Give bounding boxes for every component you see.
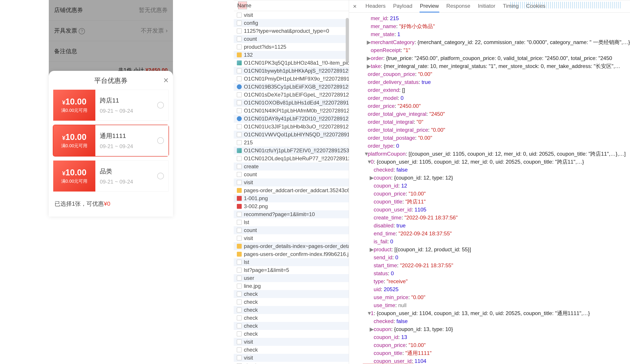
tab-payload[interactable]: Payload xyxy=(393,0,413,12)
network-row[interactable]: lst xyxy=(234,258,349,266)
network-row[interactable]: create xyxy=(234,163,349,171)
json-line[interactable]: ▶coupon: {coupon_id: 13, type: 10} xyxy=(358,325,630,333)
network-row[interactable]: O1CN01PmiyDH1pLbHMF9X9o_!!2207289125344.… xyxy=(234,75,349,83)
json-line[interactable]: ▼0: {coupon_user_id: 1105, coupon_id: 12… xyxy=(358,158,630,166)
network-row[interactable]: count xyxy=(234,35,349,43)
json-line[interactable]: order_delivery_status: true xyxy=(358,78,630,86)
json-line[interactable]: coupon_id: 13 xyxy=(358,333,630,341)
json-line[interactable]: order_total_postage: "0.00" xyxy=(358,134,630,142)
network-row[interactable]: O1CN01N4IKPI1pLbHAfmM0b_!!2207289125344.… xyxy=(234,107,349,115)
json-line[interactable]: ▶merchantCategory: {merchant_category_id… xyxy=(358,38,630,46)
json-line[interactable]: end_time: "2022-09-24 18:37:55" xyxy=(358,230,630,238)
json-line[interactable]: use_time: null xyxy=(358,301,630,309)
network-row[interactable]: pages-users-order_confirm-index.f99b6216… xyxy=(234,250,349,258)
network-row[interactable]: 215 xyxy=(234,139,349,147)
network-row[interactable]: check xyxy=(234,306,349,314)
coupon-radio[interactable] xyxy=(157,102,164,109)
network-row[interactable]: product?ids=1125 xyxy=(234,43,349,51)
network-row[interactable]: lst?page=1&limit=5 xyxy=(234,266,349,274)
json-line[interactable]: ▶product: [{coupon_id: 12, product_id: 5… xyxy=(358,246,630,253)
network-row[interactable]: visit xyxy=(234,179,349,186)
network-row[interactable]: line.jpg xyxy=(234,282,349,290)
json-line[interactable]: use_min_price: "0.00" xyxy=(358,293,630,301)
json-line[interactable]: coupon_title: "通用1111" xyxy=(358,349,630,357)
json-line[interactable]: disabled: true xyxy=(358,222,630,230)
network-row[interactable]: check xyxy=(234,346,349,354)
network-row[interactable]: visit xyxy=(234,234,349,242)
json-line[interactable]: ▶coupon: {coupon_id: 12, type: 12} xyxy=(358,174,630,182)
network-row[interactable]: O1CN01DAY8y41pLbF72DI10_!!2207289125344.… xyxy=(234,115,349,123)
network-column-header[interactable]: Name xyxy=(234,0,349,11)
close-icon[interactable]: × xyxy=(164,75,168,85)
json-line[interactable]: checked: false xyxy=(358,166,630,174)
json-line[interactable]: coupon_title: "跨店11" xyxy=(358,198,630,206)
json-line[interactable]: order_total_integral: "0" xyxy=(358,118,630,126)
json-line[interactable]: ▼1: {coupon_user_id: 1104, coupon_id: 13… xyxy=(358,309,630,317)
network-row[interactable]: pages-order_details-index~pages-order_de… xyxy=(234,242,349,250)
scrollbar-vertical[interactable] xyxy=(346,18,349,62)
network-row[interactable]: lst xyxy=(234,218,349,226)
json-line[interactable]: type: "receive" xyxy=(358,277,630,285)
coupon-radio[interactable] xyxy=(157,137,164,144)
network-row[interactable]: count xyxy=(234,171,349,179)
tab-headers[interactable]: Headers xyxy=(365,0,386,12)
json-line[interactable]: coupon_price: "10.00" xyxy=(358,341,630,349)
json-line[interactable]: start_time: "2022-09-21 18:37:55" xyxy=(358,261,630,269)
json-line[interactable]: send_id: 0 xyxy=(358,253,630,261)
json-line[interactable]: order_model: 0 xyxy=(358,94,630,102)
json-line[interactable]: order_extend: [] xyxy=(358,86,630,94)
network-row[interactable]: O1CN01Uc3JIF1pLbHb4b3uO_!!2207289125344.… xyxy=(234,123,349,131)
network-row[interactable]: pages-order_addcart-order_addcart.35243c… xyxy=(234,186,349,194)
network-row[interactable]: 1-001.png xyxy=(234,194,349,202)
network-row[interactable]: visit xyxy=(234,354,349,362)
tab-timing[interactable]: Timing xyxy=(502,0,519,12)
json-line[interactable]: mer_name: "好饰小众饰品" xyxy=(358,22,630,30)
json-line[interactable]: order_type: 0 xyxy=(358,142,630,150)
json-line[interactable]: checked: false xyxy=(358,317,630,325)
json-line[interactable]: uid: 20525 xyxy=(358,285,630,293)
json-line[interactable]: order_price: "2450.00" xyxy=(358,102,630,110)
json-line[interactable]: mer_id: 215 xyxy=(358,14,630,22)
network-row[interactable]: O1CN01bywybh1pLbHKkApjS_!!2207289125344.… xyxy=(234,67,349,75)
coupon-item[interactable]: ¥10.00 满0.00元可用 品类 09-21 ~ 09-24 xyxy=(53,161,168,191)
json-line[interactable]: status: 0 xyxy=(358,269,630,277)
network-row[interactable]: 3-002.png xyxy=(234,202,349,210)
json-line[interactable]: openReceipt: "1" xyxy=(358,46,630,54)
network-row[interactable]: count xyxy=(234,226,349,234)
network-row[interactable]: config xyxy=(234,19,349,27)
json-line[interactable]: order_total_integral_price: "0.00" xyxy=(358,126,630,134)
network-row[interactable]: user xyxy=(234,274,349,282)
network-row[interactable]: recommend?page=1&limit=10 xyxy=(234,210,349,218)
coupon-item[interactable]: ¥10.00 满0.00元可用 跨店11 09-21 ~ 09-24 xyxy=(53,90,168,121)
network-row[interactable]: O1CN01sDeXe71pLbElFGpeL_!!2207289125344.… xyxy=(234,91,349,99)
network-row[interactable]: check xyxy=(234,362,349,364)
network-row[interactable]: check xyxy=(234,330,349,338)
network-row[interactable]: O1CN01rzfuYj1pLbF72EIV0_!!2207289125344.… xyxy=(234,147,349,155)
json-line[interactable]: coupon_price: "10.00" xyxy=(358,190,630,198)
json-line[interactable]: create_time: "2022-09-21 18:37:56" xyxy=(358,214,630,222)
json-line[interactable]: ▶order: {true_price: "2450.00", platform… xyxy=(358,54,630,62)
json-line[interactable]: mer_state: 1 xyxy=(358,30,630,38)
tab-preview[interactable]: Preview xyxy=(420,0,439,12)
tab-response[interactable]: Response xyxy=(446,0,471,12)
network-row[interactable]: O1CN01PK3q5Q1pLbHOz48a1_!!0-item_pic.jpg xyxy=(234,59,349,67)
json-line[interactable]: ▼platformCoupon: [{coupon_user_id: 1105,… xyxy=(358,150,630,158)
network-row[interactable]: O1CN01OXOBv81pLbHs1dEd4_!!2207289125344.… xyxy=(234,99,349,107)
network-row[interactable]: visit xyxy=(234,338,349,346)
json-line[interactable]: coupon_user_id: 1104 xyxy=(358,357,630,364)
json-line[interactable]: coupon_user_id: 1105 xyxy=(358,206,630,214)
network-row[interactable]: 1125?type=wechat&product_type=0 xyxy=(234,27,349,35)
tab-initiator[interactable]: Initiator xyxy=(478,0,496,12)
network-row[interactable]: check xyxy=(234,298,349,306)
coupon-radio[interactable] xyxy=(157,173,164,179)
network-row[interactable]: O1CN012OLdeq1pLbHeRuP77_!!2207289125344.… xyxy=(234,155,349,163)
json-line[interactable]: coupon_id: 12 xyxy=(358,182,630,190)
network-row[interactable]: visit xyxy=(234,11,349,19)
json-line[interactable]: order_total_give_integral: "2450" xyxy=(358,110,630,118)
close-preview-icon[interactable]: × xyxy=(351,3,358,10)
network-row[interactable]: check xyxy=(234,322,349,330)
network-row[interactable]: O1CN01VWVQol1pLbHlYN5QD_!!2207289125344.… xyxy=(234,131,349,139)
json-line[interactable]: ▶take: {mer_integral_rate: 10, mer_integ… xyxy=(358,62,630,70)
network-row[interactable]: 132 xyxy=(234,51,349,59)
coupon-item[interactable]: ¥10.00 满0.00元可用 通用1111 09-21 ~ 09-24 xyxy=(53,125,168,156)
